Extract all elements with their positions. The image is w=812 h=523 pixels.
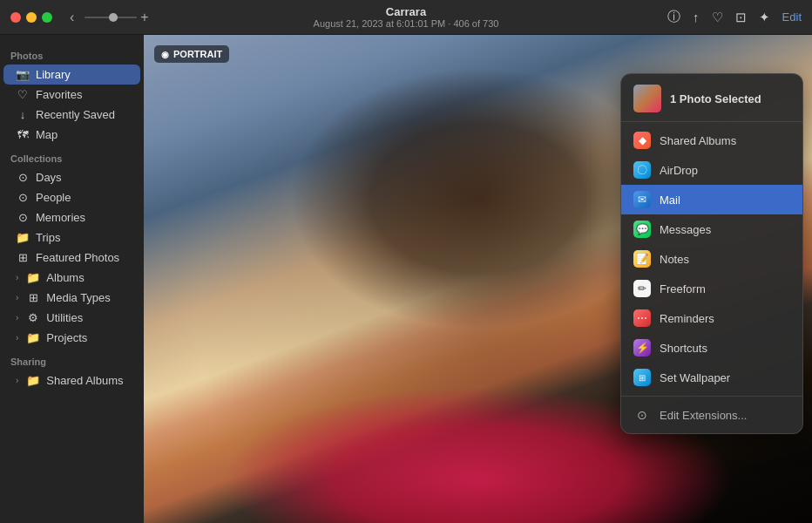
- sidebar-item-favorites[interactable]: ♡ Favorites: [3, 85, 140, 105]
- zoom-plus-icon: +: [140, 10, 148, 25]
- zoom-track[interactable]: [85, 17, 137, 18]
- section-sharing-label: Sharing: [0, 348, 144, 370]
- map-icon: 🗺: [16, 128, 30, 141]
- sidebar-item-recently-saved[interactable]: ↓ Recently Saved: [3, 105, 140, 125]
- trips-icon: 📁: [16, 231, 30, 244]
- recently-saved-icon: ↓: [16, 108, 30, 121]
- info-button[interactable]: ⓘ: [667, 9, 680, 25]
- popup-item-label: Notes: [660, 253, 689, 266]
- minimize-button[interactable]: [26, 12, 37, 23]
- section-collections-label: Collections: [0, 145, 144, 167]
- share-button[interactable]: ↑: [693, 10, 700, 24]
- sidebar-item-label: Favorites: [36, 88, 132, 101]
- shortcuts-icon: ⚡: [633, 339, 651, 357]
- popup-item-label: Mail: [660, 194, 680, 207]
- notes-icon: 📝: [633, 250, 651, 268]
- sidebar-item-media-types[interactable]: › ⊞ Media Types: [3, 288, 140, 308]
- projects-icon: 📁: [26, 331, 40, 344]
- utilities-icon: ⚙: [26, 311, 40, 324]
- zoom-slider[interactable]: +: [85, 10, 148, 25]
- titlebar-right: ⓘ ↑ ♡ ⊡ ✦ Edit: [667, 9, 802, 25]
- traffic-lights: [10, 12, 52, 23]
- titlebar-center: Carrara August 21, 2023 at 6:01:01 PM · …: [314, 5, 499, 29]
- close-button[interactable]: [10, 12, 21, 23]
- sidebar-item-people[interactable]: ⊙ People: [3, 187, 140, 207]
- popup-item-shortcuts[interactable]: ⚡ Shortcuts: [621, 333, 802, 363]
- popup-item-label: Messages: [660, 223, 711, 236]
- popup-item-label: Freeform: [660, 282, 706, 295]
- wallpaper-icon: ⊞: [633, 369, 651, 386]
- sidebar-item-label: Albums: [46, 271, 132, 284]
- popup-item-shared-albums[interactable]: ◆ Shared Albums: [621, 126, 802, 155]
- portrait-icon: ◉: [161, 50, 169, 59]
- shared-albums-icon: 📁: [26, 374, 40, 387]
- edit-button[interactable]: Edit: [782, 10, 802, 24]
- sidebar-item-label: Recently Saved: [36, 108, 132, 121]
- chevron-icon: ›: [16, 333, 18, 343]
- media-types-icon: ⊞: [26, 291, 40, 304]
- sidebar-item-projects[interactable]: › 📁 Projects: [3, 328, 140, 348]
- sidebar-item-trips[interactable]: 📁 Trips: [3, 228, 140, 248]
- photo-area[interactable]: ◉ PORTRAIT 1 Photo Selected ◆ Shared Alb…: [144, 35, 812, 523]
- shared-albums-menu-icon: ◆: [633, 132, 651, 149]
- magic-button[interactable]: ✦: [759, 10, 770, 25]
- library-icon: 📷: [16, 68, 30, 81]
- section-photos-label: Photos: [0, 42, 144, 65]
- sidebar-item-label: Featured Photos: [36, 251, 132, 264]
- sidebar-item-albums[interactable]: › 📁 Albums: [3, 268, 140, 288]
- days-icon: ⊙: [16, 171, 30, 184]
- sidebar: Photos 📷 Library ♡ Favorites ↓ Recently …: [0, 35, 144, 523]
- popup-item-airdrop[interactable]: 〇 AirDrop: [621, 155, 802, 185]
- popup-item-mail[interactable]: ✉ Mail: [621, 185, 802, 214]
- sidebar-item-label: Library: [36, 68, 132, 81]
- popup-item-label: AirDrop: [660, 164, 698, 177]
- sidebar-item-label: Utilities: [46, 311, 132, 324]
- popup-item-edit-extensions[interactable]: ⊙ Edit Extensions...: [621, 400, 802, 430]
- popup-header-title: 1 Photo Selected: [670, 92, 761, 105]
- heart-button[interactable]: ♡: [712, 10, 723, 25]
- back-button[interactable]: ‹: [66, 8, 78, 27]
- chevron-icon: ›: [16, 376, 18, 385]
- sidebar-item-utilities[interactable]: › ⚙ Utilities: [3, 308, 140, 328]
- popup-item-reminders[interactable]: ⋯ Reminders: [621, 303, 802, 333]
- chevron-icon: ›: [16, 293, 18, 302]
- sidebar-item-label: Memories: [36, 211, 132, 224]
- portrait-label: PORTRAIT: [173, 49, 222, 59]
- sidebar-item-label: Map: [36, 128, 132, 141]
- crop-button[interactable]: ⊡: [735, 10, 747, 25]
- popup-item-freeform[interactable]: ✏ Freeform: [621, 274, 802, 303]
- sidebar-item-label: Days: [36, 171, 132, 184]
- zoom-button[interactable]: [42, 12, 52, 23]
- sidebar-item-days[interactable]: ⊙ Days: [3, 167, 140, 187]
- popup-menu: ◆ Shared Albums 〇 AirDrop ✉ Mail 💬 Messa…: [621, 122, 802, 433]
- sidebar-item-featured[interactable]: ⊞ Featured Photos: [3, 248, 140, 268]
- titlebar: ‹ + Carrara August 21, 2023 at 6:01:01 P…: [0, 0, 812, 35]
- popup-item-label: Reminders: [660, 312, 714, 325]
- popup-item-label: Shortcuts: [660, 342, 707, 355]
- titlebar-left: ‹ +: [10, 8, 149, 27]
- portrait-badge: ◉ PORTRAIT: [154, 45, 229, 63]
- sidebar-item-map[interactable]: 🗺 Map: [3, 125, 140, 145]
- popup-thumbnail: [633, 85, 661, 112]
- sidebar-item-label: Trips: [36, 231, 132, 244]
- sidebar-item-shared-albums[interactable]: › 📁 Shared Albums: [3, 370, 140, 391]
- sidebar-item-label: Projects: [46, 331, 132, 344]
- people-icon: ⊙: [16, 191, 30, 204]
- albums-icon: 📁: [26, 271, 40, 284]
- airdrop-icon: 〇: [633, 161, 651, 179]
- photo-title: Carrara: [314, 5, 499, 18]
- chevron-icon: ›: [16, 313, 18, 323]
- messages-icon: 💬: [633, 221, 651, 238]
- chevron-icon: ›: [16, 273, 18, 282]
- popup-item-messages[interactable]: 💬 Messages: [621, 214, 802, 244]
- popup-item-notes[interactable]: 📝 Notes: [621, 244, 802, 274]
- sidebar-item-label: Shared Albums: [46, 374, 132, 387]
- share-popup: 1 Photo Selected ◆ Shared Albums 〇 AirDr…: [620, 73, 803, 434]
- popup-item-wallpaper[interactable]: ⊞ Set Wallpaper: [621, 363, 802, 392]
- sidebar-item-library[interactable]: 📷 Library: [3, 65, 140, 85]
- photo-subtitle: August 21, 2023 at 6:01:01 PM · 406 of 7…: [314, 18, 499, 29]
- sidebar-item-memories[interactable]: ⊙ Memories: [3, 207, 140, 228]
- popup-item-label: Set Wallpaper: [660, 371, 730, 384]
- popup-item-label: Shared Albums: [660, 134, 736, 147]
- sidebar-item-label: Media Types: [46, 291, 132, 304]
